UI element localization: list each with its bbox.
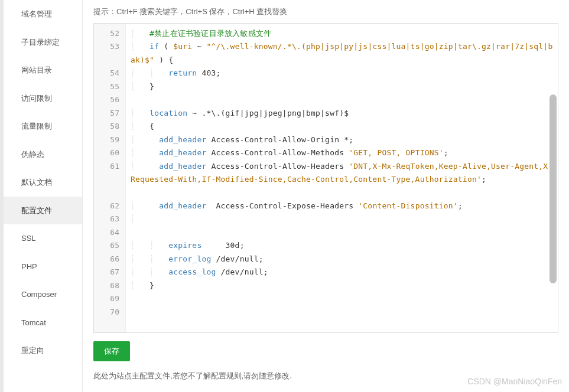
sidebar-item-access-limit[interactable]: 访问限制: [4, 84, 82, 113]
main-panel: 提示：Ctrl+F 搜索关键字，Ctrl+S 保存，Ctrl+H 查找替换 52…: [83, 0, 569, 392]
sidebar-item-config-file[interactable]: 配置文件: [4, 197, 82, 225]
sidebar-item-subdir[interactable]: 子目录绑定: [4, 28, 82, 57]
sidebar-item-label: PHP: [21, 262, 37, 271]
sidebar-item-label: SSL: [21, 234, 36, 243]
sidebar-item-label: Composer: [21, 290, 57, 299]
code-area[interactable]: ┊ #禁止在证书验证目录放入敏感文件┊ if ( $uri ~ "^/\.wel…: [126, 24, 558, 332]
sidebar-item-label: 子目录绑定: [21, 38, 60, 47]
sidebar-item-label: 网站目录: [21, 66, 52, 74]
editor-hint: 提示：Ctrl+F 搜索关键字，Ctrl+S 保存，Ctrl+H 查找替换: [93, 6, 558, 18]
sidebar-item-traffic-limit[interactable]: 流量限制: [4, 112, 82, 141]
sidebar-item-label: 域名管理: [21, 9, 52, 18]
line-gutter: 52535455565758596061626364656667686970: [94, 24, 126, 332]
vertical-scrollbar[interactable]: [550, 94, 557, 283]
sidebar-item-tomcat[interactable]: Tomcat: [4, 309, 82, 337]
sidebar-item-composer[interactable]: Composer: [4, 280, 82, 309]
sidebar-item-redirect[interactable]: 重定向: [4, 337, 82, 365]
sidebar-item-ssl[interactable]: SSL: [4, 224, 82, 253]
sidebar-item-domain[interactable]: 域名管理: [4, 0, 82, 28]
sidebar-item-label: 配置文件: [21, 206, 52, 215]
sidebar-item-label: 伪静态: [21, 150, 44, 159]
sidebar-item-php[interactable]: PHP: [4, 253, 82, 281]
footer-note: 此处为站点主配置文件,若您不了解配置规则,请勿随意修改.: [93, 371, 558, 381]
sidebar-item-label: 流量限制: [21, 122, 52, 130]
sidebar: 域名管理 子目录绑定 网站目录 访问限制 流量限制 伪静态 默认文档 配置文件 …: [0, 0, 83, 392]
sidebar-item-site-dir[interactable]: 网站目录: [4, 56, 82, 84]
save-button[interactable]: 保存: [93, 341, 130, 361]
sidebar-item-label: Tomcat: [21, 318, 46, 327]
sidebar-item-label: 访问限制: [21, 94, 52, 103]
sidebar-item-rewrite[interactable]: 伪静态: [4, 141, 82, 169]
sidebar-item-label: 默认文档: [21, 178, 52, 187]
code-editor[interactable]: 52535455565758596061626364656667686970 ┊…: [93, 23, 558, 333]
sidebar-item-default-doc[interactable]: 默认文档: [4, 168, 82, 197]
sidebar-item-label: 重定向: [21, 346, 44, 355]
